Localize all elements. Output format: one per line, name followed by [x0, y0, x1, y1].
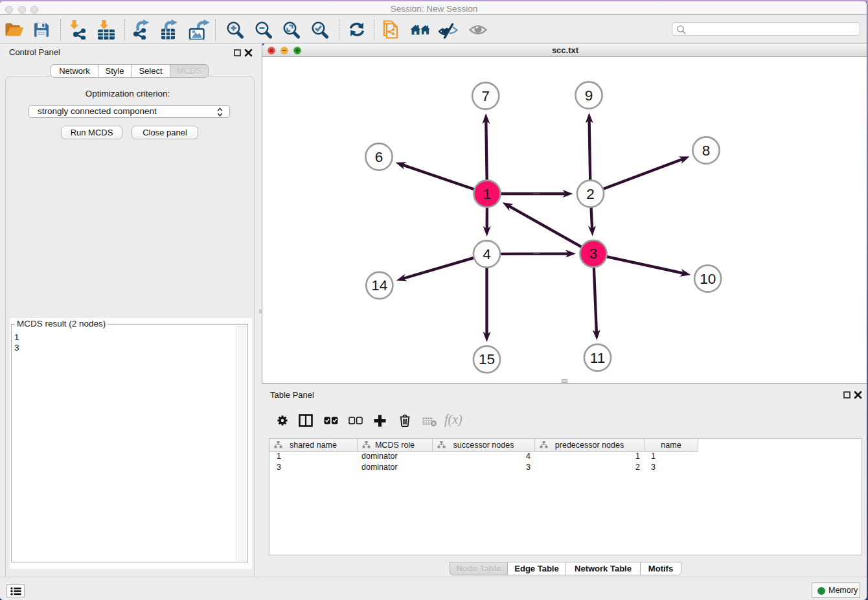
svg-text:8: 8	[702, 143, 711, 159]
svg-text:1: 1	[483, 186, 492, 202]
svg-text:10: 10	[700, 271, 716, 287]
svg-text:15: 15	[479, 351, 495, 367]
svg-text:3: 3	[589, 246, 598, 262]
svg-text:6: 6	[375, 149, 383, 165]
svg-text:14: 14	[371, 277, 387, 294]
svg-text:11: 11	[590, 350, 605, 366]
svg-text:4: 4	[483, 246, 491, 262]
svg-text:9: 9	[585, 87, 593, 104]
svg-text:7: 7	[481, 88, 490, 104]
svg-text:2: 2	[586, 186, 595, 202]
